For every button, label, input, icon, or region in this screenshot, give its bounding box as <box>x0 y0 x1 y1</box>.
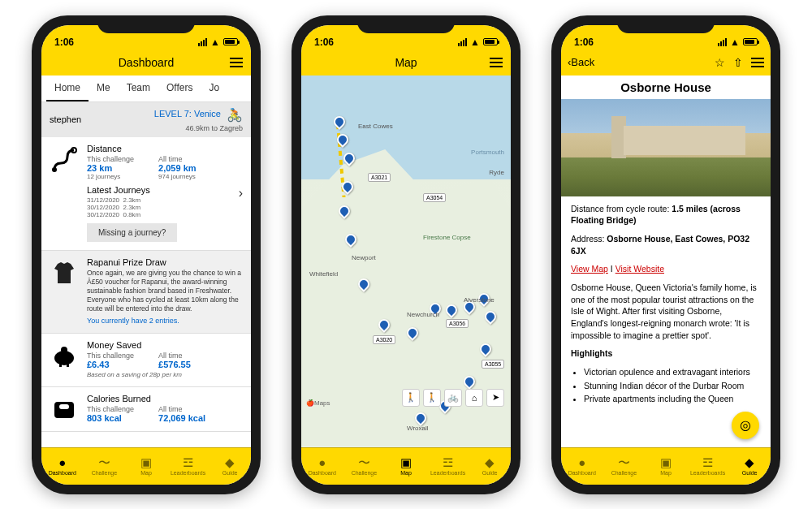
nav-guide[interactable]: ◆Guide <box>728 448 771 485</box>
highlights-heading: Highlights <box>571 348 612 358</box>
nav-leaderboards[interactable]: ☲Leaderboards <box>167 448 209 485</box>
map-surface[interactable]: A3021 A3054 A3020 A3056 A3055 East Cowes… <box>301 75 511 447</box>
person-icon: ● <box>58 456 66 468</box>
tab-home[interactable]: Home <box>46 75 89 101</box>
place-label: Wroxall <box>407 425 429 432</box>
route-icon <box>50 145 79 175</box>
nav-challenge[interactable]: 〜Challenge <box>343 448 386 485</box>
share-icon[interactable]: ⇧ <box>733 56 743 69</box>
distance-all: All time 2,059 km 974 journeys <box>158 155 196 180</box>
guide-icon: ◆ <box>225 456 235 468</box>
tab-offers[interactable]: Offers <box>158 75 201 101</box>
nav-challenge[interactable]: 〜Challenge <box>603 448 646 485</box>
user-level: LEVEL 7: Venice 🚴 46.9km to Zagreb <box>154 107 243 132</box>
bottom-nav: ●Dashboard 〜Challenge ▣Map ☲Leaderboards… <box>41 447 251 485</box>
nav-leaderboards[interactable]: ☲Leaderboards <box>427 448 469 485</box>
nav-guide[interactable]: ◆Guide <box>469 448 511 485</box>
nav-challenge[interactable]: 〜Challenge <box>84 448 126 485</box>
nav-map[interactable]: ▣Map <box>645 448 687 485</box>
menu-icon[interactable] <box>230 58 243 67</box>
guide-title: Osborne House <box>561 75 771 99</box>
star-icon[interactable]: ☆ <box>715 56 725 69</box>
back-button[interactable]: ‹Back <box>568 56 594 68</box>
screen: 1:06 ▲ Map <box>301 25 511 485</box>
highlights-list: Victorian opulence and extravagant inter… <box>571 366 761 405</box>
nav-dashboard[interactable]: ●Dashboard <box>301 448 343 485</box>
nav-leaderboards[interactable]: ☲Leaderboards <box>687 448 729 485</box>
signal-icon <box>198 38 207 46</box>
visit-website-link[interactable]: Visit Website <box>615 264 664 274</box>
tab-journeys[interactable]: Jo <box>201 75 228 101</box>
cyclist-icon: 🚴 <box>227 107 243 123</box>
journey-row: 30/12/2020 2.3km <box>87 204 243 211</box>
nav-map[interactable]: ▣Map <box>125 448 167 485</box>
nav-dashboard[interactable]: ●Dashboard <box>41 448 84 485</box>
map-attribution: 🍎Maps <box>306 399 330 407</box>
map-tool-bike[interactable]: 🚲 <box>444 389 462 407</box>
svg-rect-7 <box>59 404 69 409</box>
tab-team[interactable]: Team <box>119 75 158 101</box>
distance-heading: Distance <box>87 144 243 153</box>
tshirt-icon <box>50 259 79 288</box>
screen: 1:06 ▲ Dashboard Home Me Team Offers Jo … <box>41 25 251 485</box>
chevron-right-icon[interactable]: › <box>239 186 243 201</box>
map-tool-locate[interactable]: ➤ <box>486 389 504 407</box>
status-time: 1:06 <box>54 37 74 48</box>
road-label: A3056 <box>446 319 469 328</box>
place-label: Newchurch <box>407 311 439 318</box>
scale-icon <box>50 395 79 425</box>
tab-me[interactable]: Me <box>89 75 119 101</box>
nav-dashboard[interactable]: ●Dashboard <box>561 448 603 485</box>
road-label: A3055 <box>482 360 504 369</box>
menu-icon[interactable] <box>490 58 503 67</box>
battery-icon <box>223 38 238 45</box>
top-actions: ☆ ⇧ <box>715 56 764 69</box>
page-title: Map <box>395 56 417 69</box>
svg-point-3 <box>61 347 67 353</box>
distance-this: This challenge 23 km 12 journeys <box>87 155 134 180</box>
prize-entries: You currently have 2 entries. <box>87 317 243 325</box>
map-icon: ▣ <box>140 456 152 468</box>
view-map-link[interactable]: View Map <box>571 264 608 274</box>
place-label: Portsmouth <box>471 149 504 156</box>
user-row: stephen LEVEL 7: Venice 🚴 46.9km to Zagr… <box>41 102 251 137</box>
top-bar: Map <box>301 50 511 75</box>
wifi-icon: ▲ <box>470 37 480 48</box>
road-label: A3054 <box>423 193 446 202</box>
road-label: A3021 <box>368 173 391 182</box>
wifi-icon: ▲ <box>210 37 220 48</box>
signal-icon <box>458 38 467 46</box>
phone-guide: 1:06 ▲ ‹Back ☆ ⇧ Osborne House Distance … <box>551 15 780 494</box>
phone-notch <box>357 15 455 33</box>
place-label: East Cowes <box>358 123 393 130</box>
nav-map[interactable]: ▣Map <box>385 448 427 485</box>
battery-icon <box>743 38 758 45</box>
map-tool-home[interactable]: ⌂ <box>465 389 483 407</box>
nav-guide[interactable]: ◆Guide <box>209 448 251 485</box>
guide-body: Distance from cycle route: 1.5 miles (ac… <box>561 196 771 414</box>
user-name: stephen <box>50 114 81 124</box>
dashboard-content[interactable]: Distance This challenge 23 km 12 journey… <box>41 137 251 447</box>
target-icon: ◎ <box>740 417 751 433</box>
phone-notch <box>617 15 715 33</box>
place-label: Whitefield <box>309 270 338 278</box>
prize-card[interactable]: Rapanui Prize Draw Once again, we are gi… <box>41 251 251 334</box>
missing-journey-button[interactable]: Missing a journey? <box>87 223 177 242</box>
screen: 1:06 ▲ ‹Back ☆ ⇧ Osborne House Distance … <box>561 25 771 485</box>
place-label: Alverstone <box>464 296 495 304</box>
distance-card[interactable]: Distance This challenge 23 km 12 journey… <box>41 137 251 251</box>
bottom-nav: ●Dashboard 〜Challenge ▣Map ☲Leaderboards… <box>561 447 771 485</box>
guide-hero-image <box>561 99 771 196</box>
menu-icon[interactable] <box>751 58 764 67</box>
list-item: Stunning Indian décor of the Durbar Room <box>584 380 761 392</box>
money-card[interactable]: Money Saved This challenge £6.43 All tim… <box>41 334 251 387</box>
fab-button[interactable]: ◎ <box>732 412 759 439</box>
map-tool-figure[interactable]: 🚶 <box>402 389 420 407</box>
guide-content[interactable]: Osborne House Distance from cycle route:… <box>561 75 771 447</box>
leaderboard-icon: ☲ <box>183 456 193 468</box>
svg-rect-5 <box>67 364 69 367</box>
bottom-nav: ●Dashboard 〜Challenge ▣Map ☲Leaderboards… <box>301 447 511 485</box>
calories-card[interactable]: Calories Burned This challenge 803 kcal … <box>41 387 251 432</box>
route-line <box>301 75 511 197</box>
map-tool-walk[interactable]: 🚶 <box>423 389 441 407</box>
